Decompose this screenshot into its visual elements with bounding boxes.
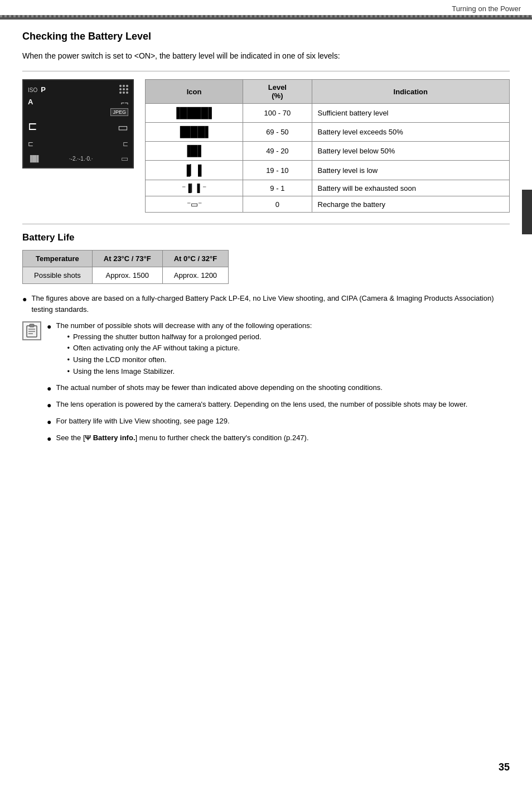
section-divider2 <box>22 224 510 224</box>
life-col-temp: Temperature <box>23 251 93 267</box>
life-val-0: Approx. 1200 <box>162 267 229 284</box>
sub-operations-list: •Pressing the shutter button halfway for… <box>67 331 312 378</box>
camera-lcd-display: ISO P A ⊏ ⌐¬ JPEG ▭ <box>22 79 134 168</box>
indication-text: Recharge the battery <box>312 196 509 213</box>
life-label: Possible shots <box>23 267 93 284</box>
sub-item: •Often activating only the AF without ta… <box>67 343 312 354</box>
indication-text: Battery level below 50% <box>312 142 509 161</box>
section-divider <box>22 71 510 71</box>
battery-icon-empty: ⁻▭⁻ <box>146 196 243 213</box>
note-content: ● The number of possible shots will decr… <box>47 320 510 449</box>
section-title: Checking the Battery Level <box>22 31 510 42</box>
top-divider-bar <box>0 15 532 20</box>
note-item-1: ● The number of possible shots will decr… <box>47 320 510 378</box>
sub-item: •Pressing the shutter button halfway for… <box>67 331 312 343</box>
note-box-section: ● The number of possible shots will decr… <box>22 320 510 449</box>
battery-level-table: Icon Level(%) Indication ▐████▌ 100 - 70… <box>145 79 510 213</box>
sub-item: •Using the lens Image Stabilizer. <box>67 366 312 378</box>
jpeg-label: JPEG <box>110 108 128 116</box>
life-col-0: At 0°C / 32°F <box>162 251 229 267</box>
note-item-5: ● See the [Ψ Battery info.] menu to furt… <box>47 432 510 445</box>
battery-icon-full: ▐████▌ <box>146 104 243 123</box>
life-table-row: Possible shots Approx. 1500 Approx. 1200 <box>23 267 229 284</box>
note1-text: The figures above are based on a fully-c… <box>31 293 510 315</box>
bullet-icon: ● <box>47 383 51 394</box>
note1-bullet: ● The figures above are based on a fully… <box>22 293 510 315</box>
col-header-icon: Icon <box>146 80 243 104</box>
table-row: ▐█▌ 49 - 20 Battery level below 50% <box>146 142 510 161</box>
page-number: 35 <box>499 762 510 773</box>
col-header-level: Level(%) <box>243 80 312 104</box>
bullet-icon: ● <box>47 416 51 428</box>
indication-text: Battery level exceeds 50% <box>312 123 509 142</box>
bullet-icon: ● <box>47 321 51 333</box>
note-item-4: ● For battery life with Live View shooti… <box>47 416 510 428</box>
right-side-tab <box>522 190 532 234</box>
battery-icon-mid: ▐█▌ <box>146 142 243 161</box>
indication-text: Battery level is low <box>312 161 509 180</box>
note-item-2: ● The actual number of shots may be fewe… <box>47 382 510 394</box>
battery-info-section: ISO P A ⊏ ⌐¬ JPEG ▭ <box>22 79 510 213</box>
note-clipboard-icon <box>22 321 41 340</box>
bullet-icon: ● <box>47 399 51 411</box>
battery-life-table: Temperature At 23°C / 73°F At 0°C / 32°F… <box>22 250 229 284</box>
battery-life-title: Battery Life <box>22 232 510 243</box>
table-row: ▐▏▌ 19 - 10 Battery level is low <box>146 161 510 180</box>
indication-text: Battery will be exhausted soon <box>312 180 509 196</box>
table-row: ⁻▭⁻ 0 Recharge the battery <box>146 196 510 213</box>
table-row: ▐███▌ 69 - 50 Battery level exceeds 50% <box>146 123 510 142</box>
page-header-title: Turning on the Power <box>452 4 521 13</box>
battery-icon-low: ▐▏▌ <box>146 161 243 180</box>
col-header-indication: Indication <box>312 80 509 104</box>
bullet-icon: ● <box>22 293 27 305</box>
dots-indicator <box>119 85 128 94</box>
note-item-3: ● The lens operation is powered by the c… <box>47 399 510 411</box>
battery-icon-high: ▐███▌ <box>146 123 243 142</box>
life-col-23: At 23°C / 73°F <box>92 251 162 267</box>
battery-icon-vlow: ⁻▐▏▌⁻ <box>146 180 243 196</box>
table-row: ▐████▌ 100 - 70 Sufficient battery level <box>146 104 510 123</box>
svg-rect-1 <box>30 324 34 327</box>
bullet-icon: ● <box>47 433 51 445</box>
intro-text: When the power switch is set to <ON>, th… <box>22 50 510 62</box>
life-val-23: Approx. 1500 <box>92 267 162 284</box>
sub-item: •Using the LCD monitor often. <box>67 354 312 366</box>
table-row: ⁻▐▏▌⁻ 9 - 1 Battery will be exhausted so… <box>146 180 510 196</box>
indication-text: Sufficient battery level <box>312 104 509 123</box>
